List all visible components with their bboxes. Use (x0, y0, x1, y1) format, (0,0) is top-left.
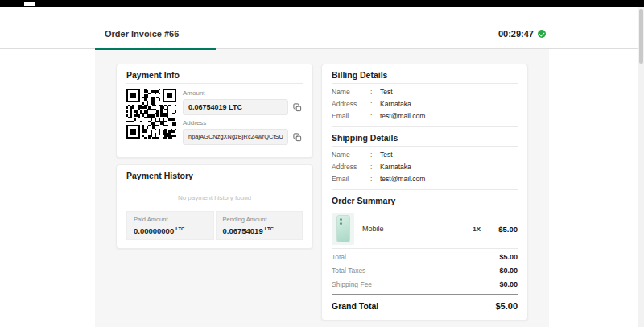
grand-total-row: Grand Total $5.00 (332, 296, 518, 312)
amount-value-box: 0.06754019 LTC (183, 99, 288, 115)
detail-separator: : (370, 175, 380, 183)
paid-amount-unit: LTC (175, 226, 184, 231)
detail-label: Name (332, 88, 370, 96)
copy-address-button[interactable] (292, 132, 303, 143)
payment-history-card: Payment History No payment history found… (116, 164, 313, 249)
total-row: Total $5.00 (332, 253, 518, 261)
pending-amount-label: Pending Amount (223, 216, 296, 223)
topbar-mark (24, 2, 35, 6)
shipping-fee-row: Shipping Fee $0.00 (332, 280, 518, 288)
detail-separator: : (370, 163, 380, 171)
product-image (332, 213, 354, 245)
qr-code (126, 89, 176, 139)
detail-label: Name (332, 151, 370, 159)
amount-value: 0.06754019 LTC (188, 103, 242, 111)
detail-value: Test (380, 88, 393, 96)
detail-value: Test (380, 151, 393, 159)
total-value: $5.00 (499, 253, 518, 261)
total-value: $0.00 (499, 267, 518, 275)
paid-amount-label: Paid Amount (134, 216, 207, 223)
payment-info-card: Payment Info (116, 64, 313, 158)
shipping-details-title: Shipping Details (332, 134, 518, 147)
vertical-scrollbar[interactable] (638, 7, 644, 327)
total-value: $0.00 (499, 280, 518, 288)
detail-value: test@mail.com (380, 112, 425, 120)
page-title: Order Invoice #66 (95, 29, 179, 39)
detail-separator: : (370, 151, 380, 159)
detail-separator: : (370, 88, 380, 96)
total-label: Total Taxes (332, 267, 365, 275)
detail-value: Karnataka (380, 100, 411, 108)
payment-info-title: Payment Info (126, 71, 303, 84)
product-quantity: 1X (473, 226, 481, 233)
product-name: Mobile (362, 225, 473, 233)
address-label: Address (183, 119, 303, 126)
total-taxes-row: Total Taxes $0.00 (332, 267, 518, 275)
detail-separator: : (370, 100, 380, 108)
amount-label: Amount (183, 89, 303, 97)
invoice-content: Payment Info (95, 49, 549, 327)
detail-value: Karnataka (380, 163, 411, 171)
order-summary-title: Order Summary (332, 197, 518, 209)
shipping-row-address: Address : Karnataka (332, 163, 518, 171)
billing-details-title: Billing Details (332, 71, 518, 84)
billing-row-name: Name : Test (332, 88, 518, 96)
shipping-row-email: Email : test@mail.com (332, 175, 518, 183)
product-price: $5.00 (493, 225, 518, 234)
countdown-timer: 00:29:47 (498, 29, 549, 39)
detail-label: Address (332, 100, 370, 108)
address-value-box: npajAGCNzgXNgzBjRcZ4wrQCtSU1uFTrqw (183, 129, 288, 145)
billing-row-email: Email : test@mail.com (332, 112, 518, 120)
billing-rows: Name : Test Address : Karnataka Email : … (332, 84, 518, 127)
paid-amount-value: 0.00000000LTC (134, 225, 207, 235)
shipping-rows: Name : Test Address : Karnataka Email : … (332, 147, 518, 190)
pending-amount-value: 0.06754019LTC (223, 225, 296, 235)
copy-amount-button[interactable] (292, 102, 303, 113)
active-tab-underline (95, 48, 216, 50)
billing-row-address: Address : Karnataka (332, 100, 518, 108)
total-label: Total (332, 253, 346, 261)
grand-total-label: Grand Total (332, 301, 378, 312)
pending-amount-unit: LTC (265, 226, 274, 231)
scrollbar-thumb[interactable] (639, 9, 643, 64)
order-details-card: Billing Details Name : Test Address : Ka… (321, 64, 528, 321)
page-header: Order Invoice #66 00:29:47 (0, 7, 644, 49)
totals-section: Total $5.00 Total Taxes $0.00 Shipping F… (332, 249, 518, 312)
timer-value: 00:29:47 (498, 29, 534, 39)
copy-icon (293, 133, 302, 142)
check-circle-icon (538, 30, 546, 38)
phone-thumbnail (336, 215, 350, 242)
detail-value: test@mail.com (380, 175, 425, 183)
detail-label: Email (332, 112, 370, 120)
detail-label: Email (332, 175, 370, 183)
grand-total-value: $5.00 (495, 301, 518, 312)
total-label: Shipping Fee (332, 280, 372, 288)
detail-label: Address (332, 163, 370, 171)
address-value: npajAGCNzgXNgzBjRcZ4wrQCtSU1uFTrqw (188, 133, 283, 141)
empty-state-text: No payment history found (126, 194, 303, 202)
top-black-bar (0, 0, 644, 7)
pending-amount-box: Pending Amount 0.06754019LTC (216, 211, 303, 240)
payment-history-title: Payment History (126, 172, 303, 184)
copy-icon (293, 103, 302, 112)
detail-separator: : (370, 112, 380, 120)
paid-amount-number: 0.00000000 (134, 226, 174, 235)
shipping-row-name: Name : Test (332, 151, 518, 159)
pending-amount-number: 0.06754019 (223, 226, 263, 235)
paid-amount-box: Paid Amount 0.00000000LTC (126, 211, 214, 240)
order-item-row: Mobile 1X $5.00 (332, 209, 518, 249)
